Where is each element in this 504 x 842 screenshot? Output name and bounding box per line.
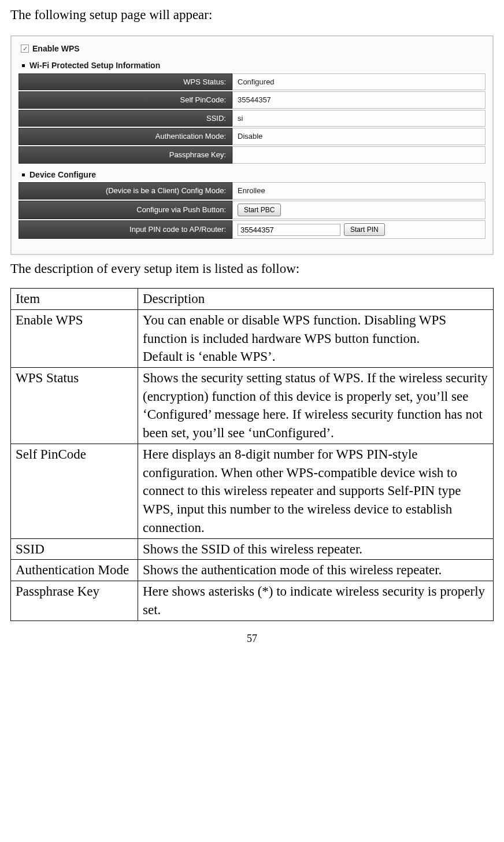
enable-wps-row[interactable]: ✓ Enable WPS [21,43,486,54]
table-row: WPS Status Shows the security setting st… [11,367,494,444]
desc-cell: Shows the security setting status of WPS… [138,367,494,444]
pin-input-field[interactable] [238,224,340,236]
checkbox-icon[interactable]: ✓ [21,45,29,53]
auth-mode-value: Disable [232,128,486,145]
auth-mode-label: Authentication Mode: [18,128,232,145]
ssid-value: si [232,110,486,127]
table-row: Self PinCode Here displays an 8-digit nu… [11,444,494,538]
table-row: SSID Shows the SSID of this wireless rep… [11,538,494,560]
section-title: Wi-Fi Protected Setup Information [29,60,160,71]
bullet-icon [22,173,25,176]
push-button-cell: Start PBC [232,201,486,219]
table-header-row: Item Description [11,289,494,310]
pin-input-cell: Start PIN [232,220,486,239]
desc-cell: Shows the authentication mode of this wi… [138,560,494,581]
desc-cell: Here displays an 8-digit number for WPS … [138,444,494,538]
desc-cell: Shows the SSID of this wireless repeater… [138,538,494,560]
item-cell: Self PinCode [11,444,138,538]
description-table: Item Description Enable WPS You can enab… [10,288,494,621]
header-item: Item [11,289,138,310]
config-mode-value[interactable]: Enrollee [232,182,486,200]
section-title: Device Configure [29,169,96,180]
self-pincode-label: Self PinCode: [18,91,232,109]
self-pincode-value: 35544357 [232,91,486,109]
page-number: 57 [10,632,494,645]
passphrase-value [232,146,486,164]
description-intro: The description of every setup item is l… [10,260,494,278]
pin-input-label: Input PIN code to AP/Router: [18,220,232,239]
item-cell: WPS Status [11,367,138,444]
intro-text: The following setup page will appear: [10,6,494,24]
wps-info-form: WPS Status: Configured Self PinCode: 355… [18,73,486,164]
desc-cell: Here shows asterisks (*) to indicate wir… [138,581,494,621]
table-row: Authentication Mode Shows the authentica… [11,560,494,581]
wps-status-label: WPS Status: [18,73,232,91]
ssid-label: SSID: [18,110,232,127]
table-row: Passphrase Key Here shows asterisks (*) … [11,581,494,621]
start-pin-button[interactable]: Start PIN [344,223,385,236]
wps-setup-panel: ✓ Enable WPS Wi-Fi Protected Setup Infor… [10,35,494,255]
item-cell: Enable WPS [11,309,138,367]
bullet-icon [22,64,25,67]
start-pbc-button[interactable]: Start PBC [238,204,281,216]
table-row: Enable WPS You can enable or disable WPS… [11,309,494,367]
item-cell: SSID [11,538,138,560]
header-desc: Description [138,289,494,310]
enable-wps-label: Enable WPS [32,43,80,54]
wps-status-value: Configured [232,73,486,91]
device-config-form: (Device is be a Client) Config Mode: Enr… [18,182,486,239]
item-cell: Authentication Mode [11,560,138,581]
passphrase-label: Passphrase Key: [18,146,232,164]
push-button-label: Configure via Push Button: [18,201,232,219]
section-header-device-config: Device Configure [22,169,486,180]
section-header-wps-info: Wi-Fi Protected Setup Information [22,60,486,71]
desc-cell: You can enable or disable WPS function. … [138,309,494,367]
config-mode-label: (Device is be a Client) Config Mode: [18,182,232,200]
item-cell: Passphrase Key [11,581,138,621]
